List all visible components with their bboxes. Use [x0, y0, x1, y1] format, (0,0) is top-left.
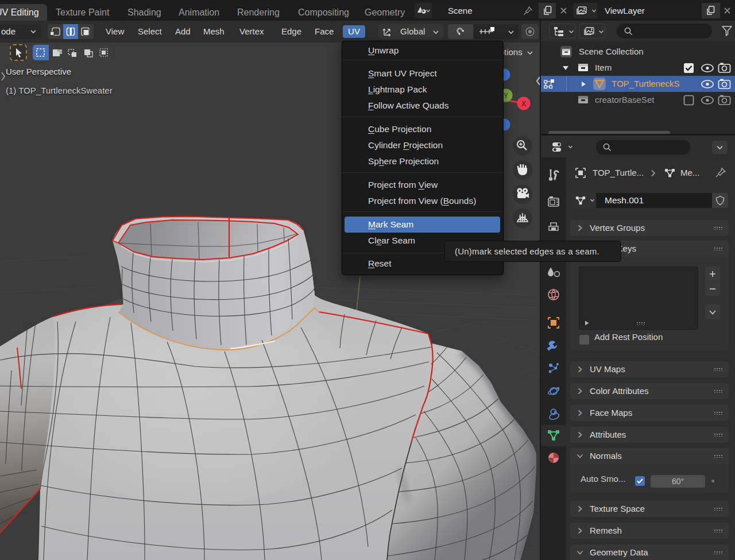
- svg-text:Y: Y: [504, 92, 508, 100]
- svg-text:X: X: [521, 100, 526, 108]
